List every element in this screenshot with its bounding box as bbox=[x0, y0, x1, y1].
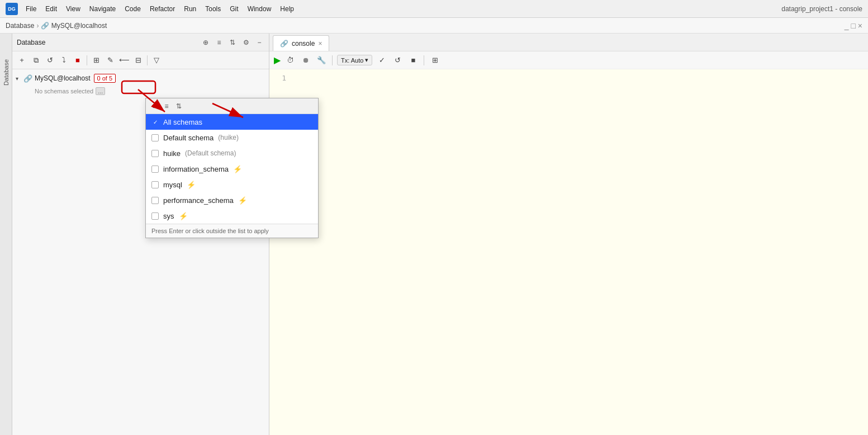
project-title: datagrip_project1 - console bbox=[781, 5, 862, 13]
list-icon[interactable]: ≡ bbox=[214, 37, 224, 48]
checkbox-mysql[interactable] bbox=[151, 181, 159, 188]
stop-btn[interactable]: ■ bbox=[72, 54, 84, 67]
schema-item-mysql[interactable]: mysql ⚡ bbox=[146, 177, 318, 192]
schema-item-huike[interactable]: huike (Default schema) bbox=[146, 145, 318, 161]
checkbox-information-schema[interactable] bbox=[151, 166, 159, 173]
history-btn[interactable]: ⏱ bbox=[284, 54, 296, 67]
line-number-1: 1 bbox=[274, 74, 286, 82]
sort-icon[interactable]: ⇅ bbox=[227, 37, 238, 48]
no-schemas-row: No schemas selected ... bbox=[12, 85, 269, 97]
breadcrumb-connection[interactable]: 🔗 MySQL@localhost bbox=[41, 22, 107, 30]
schema-item-default[interactable]: Default schema (huike) bbox=[146, 130, 318, 145]
menu-view[interactable]: View bbox=[63, 4, 84, 14]
tab-console-icon: 🔗 bbox=[280, 40, 288, 48]
undo-btn[interactable]: ↺ bbox=[391, 54, 404, 67]
menu-navigate[interactable]: Navigate bbox=[86, 4, 119, 14]
settings-icon[interactable]: ⚙ bbox=[241, 37, 251, 48]
tx-selector[interactable]: Tx: Auto ▾ bbox=[337, 55, 372, 65]
tree-connection-row[interactable]: ▾ 🔗 MySQL@localhost 0 of 5 bbox=[12, 72, 269, 85]
db-toolbar: + ⧉ ↺ ⤵ ■ ⊞ ✎ ⟵ ⊟ ▽ bbox=[12, 51, 269, 69]
panel-header: Database ⊕ ≡ ⇅ ⚙ − bbox=[12, 34, 269, 51]
menu-window[interactable]: Window bbox=[244, 4, 275, 14]
checkbox-default-schema[interactable] bbox=[151, 134, 159, 141]
tab-console-label: console bbox=[292, 40, 315, 48]
menu-bar: File Edit View Navigate Code Refactor Ru… bbox=[22, 4, 781, 14]
schema-item-sys[interactable]: sys ⚡ bbox=[146, 208, 318, 224]
tab-console[interactable]: 🔗 console × bbox=[273, 35, 329, 51]
checkbox-performance-schema[interactable] bbox=[151, 197, 159, 204]
checkbox-all-schemas[interactable]: ✓ bbox=[151, 119, 159, 126]
lightning-information: ⚡ bbox=[233, 165, 242, 173]
schema-label-information: information_schema bbox=[163, 165, 229, 173]
dropdown-refresh-btn[interactable]: ↺ bbox=[149, 101, 159, 111]
console-sep1 bbox=[332, 55, 333, 65]
edit-btn[interactable]: ✎ bbox=[104, 54, 116, 67]
schema-suffix-huike: (Default schema) bbox=[185, 149, 236, 157]
add-btn[interactable]: + bbox=[16, 54, 28, 67]
checkbox-huike[interactable] bbox=[151, 150, 159, 157]
panel-title: Database bbox=[17, 39, 197, 46]
ellipsis-btn[interactable]: ... bbox=[96, 87, 105, 95]
app-logo: DG bbox=[6, 3, 18, 15]
run-btn[interactable]: ▶ bbox=[274, 55, 281, 65]
refresh-btn[interactable]: ↺ bbox=[44, 54, 56, 67]
dropdown-footer: Press Enter or click outside the list to… bbox=[146, 224, 318, 238]
schema-suffix-default: (huike) bbox=[218, 134, 239, 141]
dropdown-toolbar: ↺ ≡ ⇅ bbox=[146, 98, 318, 114]
record-btn[interactable]: ⏺ bbox=[300, 54, 312, 67]
menu-edit[interactable]: Edit bbox=[42, 4, 60, 14]
tab-close-btn[interactable]: × bbox=[318, 40, 322, 48]
menu-code[interactable]: Code bbox=[121, 4, 144, 14]
checkbox-sys[interactable] bbox=[151, 212, 159, 220]
tree-expand-arrow[interactable]: ▾ bbox=[16, 75, 23, 82]
sidebar-tab-database[interactable]: Database bbox=[3, 56, 10, 89]
schema-label-sys: sys bbox=[163, 212, 174, 220]
minimize-icon[interactable]: − bbox=[254, 37, 264, 48]
global-icon[interactable]: ⊕ bbox=[201, 37, 211, 48]
schema-item-all[interactable]: ✓ All schemas bbox=[146, 114, 318, 130]
no-schemas-label: No schemas selected bbox=[35, 88, 93, 94]
editor-area[interactable]: 1 bbox=[269, 69, 868, 435]
connection-name: MySQL@localhost bbox=[35, 74, 91, 82]
menu-tools[interactable]: Tools bbox=[202, 4, 224, 14]
menu-git[interactable]: Git bbox=[226, 4, 241, 14]
menu-refactor[interactable]: Refactor bbox=[146, 4, 178, 14]
check-btn[interactable]: ✓ bbox=[376, 54, 388, 67]
lightning-mysql: ⚡ bbox=[187, 181, 196, 189]
console-panel: 🔗 console × ▶ ⏱ ⏺ 🔧 Tx: Auto ▾ ✓ ↺ ■ ⊞ bbox=[269, 34, 868, 435]
menu-run[interactable]: Run bbox=[181, 4, 200, 14]
main-layout: Database Database ⊕ ≡ ⇅ ⚙ − + ⧉ ↺ ⤵ ■ ⊞ … bbox=[0, 34, 868, 435]
toolbar-sep1 bbox=[87, 55, 87, 65]
back-btn[interactable]: ⟵ bbox=[118, 54, 130, 67]
breadcrumb-database[interactable]: Database bbox=[6, 22, 34, 30]
schema-item-performance[interactable]: performance_schema ⚡ bbox=[146, 192, 318, 208]
schema-item-information[interactable]: information_schema ⚡ bbox=[146, 161, 318, 177]
settings2-btn[interactable]: 🔧 bbox=[315, 54, 328, 67]
filter-btn[interactable]: ▽ bbox=[150, 54, 163, 67]
breadcrumb-sep: › bbox=[36, 22, 39, 30]
titlebar: DG File Edit View Navigate Code Refactor… bbox=[0, 0, 868, 18]
dropdown-sort-btn[interactable]: ⇅ bbox=[174, 101, 184, 111]
database-panel: Database ⊕ ≡ ⇅ ⚙ − + ⧉ ↺ ⤵ ■ ⊞ ✎ ⟵ ⊟ ▽ ▾ bbox=[12, 34, 269, 435]
breadcrumb: Database › 🔗 MySQL@localhost _ □ × bbox=[0, 18, 868, 34]
table-btn[interactable]: ⊞ bbox=[90, 54, 102, 67]
schema-label-performance: performance_schema bbox=[163, 196, 234, 205]
schema-label-mysql: mysql bbox=[163, 181, 182, 189]
schema-count-badge[interactable]: 0 of 5 bbox=[94, 74, 116, 83]
menu-file[interactable]: File bbox=[22, 4, 40, 14]
grid-btn[interactable]: ⊞ bbox=[429, 54, 441, 67]
console-sep2 bbox=[424, 55, 424, 65]
view-btn[interactable]: ⊟ bbox=[132, 54, 144, 67]
duplicate-btn[interactable]: ⧉ bbox=[30, 54, 42, 67]
connection-icon: 🔗 bbox=[23, 74, 32, 83]
lightning-performance: ⚡ bbox=[238, 196, 247, 205]
menu-help[interactable]: Help bbox=[277, 4, 297, 14]
sync-btn[interactable]: ⤵ bbox=[58, 54, 70, 67]
stop2-btn[interactable]: ■ bbox=[407, 54, 419, 67]
toolbar-sep2 bbox=[147, 55, 148, 65]
editor-content[interactable] bbox=[291, 74, 864, 431]
tx-chevron: ▾ bbox=[365, 56, 368, 64]
dropdown-list-btn[interactable]: ≡ bbox=[162, 101, 172, 111]
console-toolbar: ▶ ⏱ ⏺ 🔧 Tx: Auto ▾ ✓ ↺ ■ ⊞ bbox=[269, 51, 868, 69]
lightning-sys: ⚡ bbox=[179, 212, 188, 220]
